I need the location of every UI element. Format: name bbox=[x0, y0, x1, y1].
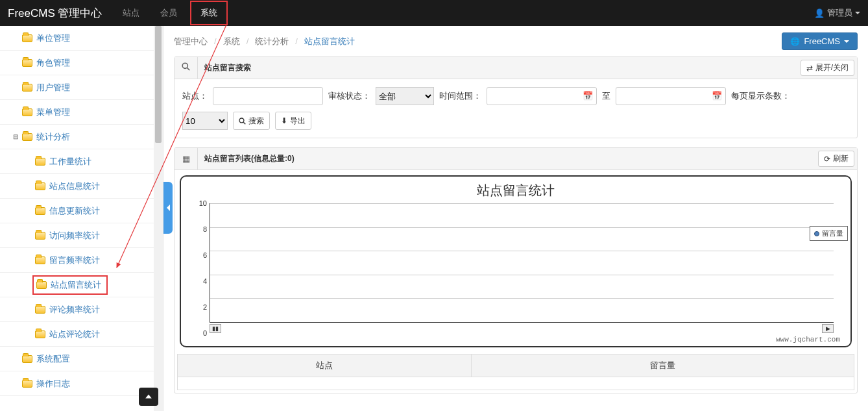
sidebar-item[interactable]: 单位管理 bbox=[0, 26, 163, 51]
svg-point-0 bbox=[182, 63, 187, 68]
folder-icon bbox=[35, 256, 45, 264]
chart-title: 站点留言统计 bbox=[191, 182, 840, 199]
folder-icon bbox=[22, 133, 32, 141]
folder-icon bbox=[35, 158, 45, 166]
breadcrumb-system[interactable]: 系统 bbox=[223, 36, 240, 47]
y-tick-label: 2 bbox=[203, 303, 207, 311]
site-input[interactable] bbox=[213, 87, 323, 105]
to-label: 至 bbox=[602, 90, 610, 102]
status-select[interactable]: 全部 bbox=[376, 87, 434, 105]
nav-member[interactable]: 会员 bbox=[152, 1, 185, 25]
folder-icon bbox=[22, 34, 32, 42]
legend-label: 留言量 bbox=[822, 229, 843, 238]
sidebar-item-label: 信息更新统计 bbox=[49, 205, 100, 217]
breadcrumb-stats[interactable]: 统计分析 bbox=[255, 36, 289, 47]
chart-gridline bbox=[210, 227, 834, 228]
nav-site[interactable]: 站点 bbox=[115, 1, 147, 25]
breadcrumb: 管理中心 / 系统 / 统计分析 / 站点留言统计 🌐 FreeCMS bbox=[174, 32, 858, 50]
folder-icon bbox=[22, 380, 32, 388]
chart-gridline bbox=[210, 275, 834, 275]
sidebar-item[interactable]: 站点留言统计 bbox=[0, 273, 163, 297]
sidebar-item-label: 访问频率统计 bbox=[49, 230, 100, 242]
top-navbar: FreeCMS 管理中心 站点 会员 系统 👤 管理员 bbox=[0, 0, 868, 26]
search-button[interactable]: 搜索 bbox=[233, 112, 270, 130]
sidebar-item[interactable]: 用户管理 bbox=[0, 75, 163, 100]
chart-scroll-right[interactable]: ▶ bbox=[822, 324, 834, 333]
chart-container: 站点留言统计 0246810 ▮▮ ▶ 留言量 www.jqchart.com bbox=[180, 175, 852, 347]
table-col-site: 站点 bbox=[178, 355, 472, 377]
sidebar-item[interactable]: 角色管理 bbox=[0, 51, 163, 75]
user-label: 管理员 bbox=[827, 7, 852, 19]
user-icon: 👤 bbox=[814, 8, 825, 18]
tree-collapse-icon[interactable]: ⊟ bbox=[9, 133, 22, 140]
chart-credit: www.jqchart.com bbox=[191, 336, 840, 343]
svg-point-2 bbox=[239, 118, 244, 123]
nav-system[interactable]: 系统 bbox=[190, 1, 228, 25]
sidebar-collapse-handle[interactable] bbox=[163, 182, 173, 234]
breadcrumb-home[interactable]: 管理中心 bbox=[174, 36, 208, 47]
breadcrumb-current: 站点留言统计 bbox=[304, 36, 355, 47]
pagesize-label: 每页显示条数： bbox=[731, 90, 790, 102]
folder-icon bbox=[35, 306, 45, 314]
date-from-input[interactable] bbox=[487, 87, 597, 105]
brand-title: FreeCMS 管理中心 bbox=[8, 6, 102, 21]
sidebar-item[interactable]: 留言频率统计 bbox=[0, 248, 163, 273]
pagesize-select[interactable]: 10 bbox=[182, 112, 228, 130]
date-to-input[interactable] bbox=[616, 87, 726, 105]
folder-icon bbox=[35, 330, 45, 338]
sidebar-item-label: 单位管理 bbox=[36, 32, 70, 44]
y-tick-label: 6 bbox=[203, 251, 207, 259]
freecms-dropdown-button[interactable]: 🌐 FreeCMS bbox=[782, 32, 858, 50]
chart-gridline bbox=[210, 251, 834, 251]
user-dropdown[interactable]: 👤 管理员 bbox=[814, 7, 860, 19]
sidebar-item-label: 留言频率统计 bbox=[49, 255, 100, 266]
chart-scroll-left[interactable]: ▮▮ bbox=[210, 324, 221, 333]
folder-icon bbox=[36, 281, 47, 289]
sidebar: 单位管理角色管理用户管理菜单管理⊟统计分析工作量统计站点信息统计信息更新统计访问… bbox=[0, 26, 163, 411]
y-tick-label: 10 bbox=[199, 199, 207, 207]
time-range-label: 时间范围： bbox=[439, 90, 481, 102]
folder-icon bbox=[35, 182, 45, 190]
table-empty-row bbox=[177, 377, 854, 390]
content-area: 管理中心 / 系统 / 统计分析 / 站点留言统计 🌐 FreeCMS 站点留言… bbox=[163, 26, 868, 411]
sidebar-item-label: 操作日志 bbox=[36, 378, 70, 390]
sidebar-item[interactable]: 系统配置 bbox=[0, 347, 163, 371]
sidebar-item-label: 评论频率统计 bbox=[49, 304, 100, 316]
chart-gridline bbox=[210, 203, 834, 204]
toggle-panel-button[interactable]: ⇄展开/关闭 bbox=[801, 60, 854, 76]
grid-icon: ▦ bbox=[175, 148, 198, 169]
export-button[interactable]: ⬇ 导出 bbox=[275, 112, 311, 130]
folder-icon bbox=[22, 59, 32, 67]
sidebar-item-label: 站点留言统计 bbox=[51, 279, 101, 291]
sidebar-item[interactable]: 工作量统计 bbox=[0, 149, 163, 174]
table-col-count: 留言量 bbox=[472, 355, 854, 377]
refresh-button[interactable]: ⟳刷新 bbox=[818, 151, 854, 167]
result-table: 站点 留言量 bbox=[177, 354, 854, 377]
sidebar-item[interactable]: 访问频率统计 bbox=[0, 223, 163, 248]
list-panel: ▦ 站点留言列表(信息总量:0) ⟳刷新 站点留言统计 0246810 ▮▮ bbox=[174, 147, 858, 393]
sidebar-scrollbar[interactable] bbox=[154, 26, 163, 411]
sidebar-item-label: 菜单管理 bbox=[36, 106, 70, 118]
search-panel-title: 站点留言搜索 bbox=[198, 62, 251, 73]
sidebar-item-label: 用户管理 bbox=[36, 82, 70, 93]
y-tick-label: 8 bbox=[203, 225, 207, 233]
sidebar-item[interactable]: 评论频率统计 bbox=[0, 297, 163, 322]
sidebar-item[interactable]: 菜单管理 bbox=[0, 100, 163, 125]
folder-icon bbox=[22, 355, 32, 363]
sidebar-item-label: 站点信息统计 bbox=[49, 181, 100, 192]
sidebar-item[interactable]: 站点评论统计 bbox=[0, 322, 163, 347]
caret-down-icon bbox=[855, 12, 860, 14]
scroll-top-button[interactable] bbox=[139, 388, 158, 406]
site-label: 站点： bbox=[182, 90, 208, 102]
sidebar-item[interactable]: 信息更新统计 bbox=[0, 199, 163, 223]
folder-icon bbox=[22, 84, 32, 92]
chart-scrollbar[interactable]: ▮▮ ▶ bbox=[210, 324, 834, 333]
sidebar-item[interactable]: ⊟统计分析 bbox=[0, 125, 163, 149]
y-tick-label: 4 bbox=[203, 277, 207, 285]
svg-line-1 bbox=[187, 68, 190, 71]
refresh-icon: ⟳ bbox=[824, 155, 830, 164]
sidebar-item[interactable]: 站点信息统计 bbox=[0, 174, 163, 199]
sidebar-item-label: 统计分析 bbox=[36, 131, 70, 143]
caret-down-icon bbox=[844, 40, 849, 43]
sidebar-scrollbar-thumb[interactable] bbox=[155, 26, 162, 143]
